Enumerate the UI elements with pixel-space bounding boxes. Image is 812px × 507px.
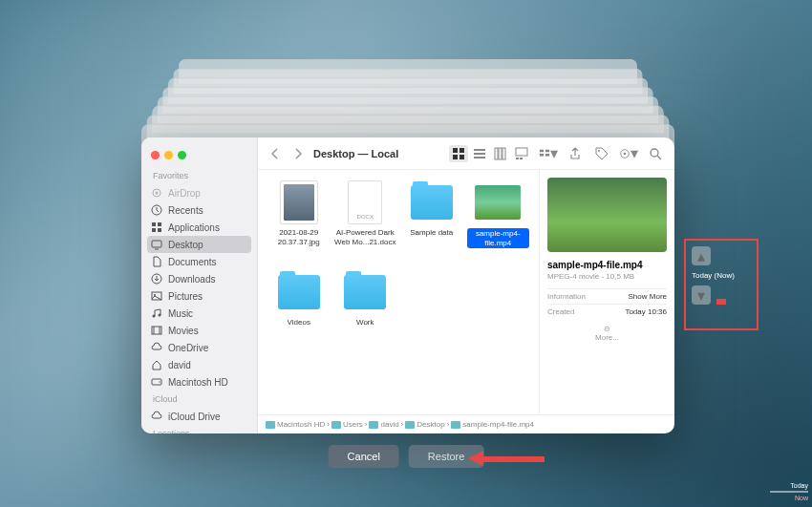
breadcrumb-item[interactable]: david [369, 420, 398, 429]
view-gallery-button[interactable] [512, 145, 531, 162]
sidebar-item-onedrive[interactable]: OneDrive [141, 339, 257, 356]
show-more-link[interactable]: Show More [629, 292, 667, 301]
music-icon [151, 307, 162, 319]
svg-rect-3 [152, 222, 156, 226]
sidebar-item-label: AirDrop [168, 188, 201, 199]
timeline-up-button[interactable]: ▴ [692, 246, 711, 265]
sidebar-item-desktop[interactable]: Desktop [147, 236, 251, 253]
back-button[interactable] [267, 146, 283, 161]
breadcrumb-item[interactable]: Desktop [405, 420, 444, 429]
file-item[interactable]: Videos [267, 269, 331, 355]
file-item[interactable]: 2021-08-29 20.37.37.jpg [267, 180, 331, 265]
video-icon [475, 185, 521, 220]
sidebar-item-airdrop[interactable]: AirDrop [141, 184, 257, 201]
file-item[interactable]: sample-mp4-file.mp4 [467, 180, 530, 265]
hd-icon [151, 376, 162, 388]
svg-rect-6 [158, 228, 161, 232]
svg-point-11 [153, 315, 156, 318]
docs-icon [151, 256, 162, 267]
file-name: AI-Powered Dark Web Mo...21.docx [334, 228, 397, 246]
created-value: Today 10:36 [625, 307, 667, 316]
tags-button[interactable] [592, 145, 611, 162]
svg-rect-27 [516, 158, 519, 159]
file-grid: 2021-08-29 20.37.37.jpgAI-Powered Dark W… [258, 170, 539, 414]
file-item[interactable]: AI-Powered Dark Web Mo...21.docx [334, 180, 397, 265]
desktop-icon [151, 239, 162, 250]
view-list-button[interactable] [470, 145, 489, 162]
movies-icon [151, 325, 162, 336]
svg-rect-4 [158, 222, 161, 226]
svg-rect-20 [474, 149, 485, 151]
sidebar-item-label: OneDrive [168, 343, 208, 353]
file-name: Sample data [410, 228, 453, 238]
downloads-icon [151, 273, 162, 285]
timeline-down-button[interactable]: ▾ [692, 285, 711, 305]
sidebar-item-david[interactable]: david [141, 356, 257, 373]
file-item[interactable]: Sample data [400, 180, 463, 265]
svg-point-1 [156, 192, 159, 195]
sidebar-item-recents[interactable]: Recents [141, 201, 257, 219]
sidebar-item-label: Movies [168, 326, 199, 336]
icloud-icon [151, 411, 162, 422]
sidebar-item-label: Downloads [168, 274, 215, 285]
breadcrumb-item[interactable]: Macintosh HD [266, 420, 325, 429]
preview-subtitle: MPEG-4 movie - 10,5 MB [547, 272, 667, 281]
sidebar-item-pictures[interactable]: Pictures [141, 287, 257, 305]
folder-icon [278, 275, 320, 309]
sidebar-item-movies[interactable]: Movies [141, 322, 257, 339]
view-columns-button[interactable] [491, 145, 510, 162]
more-actions[interactable]: ⊝More... [547, 319, 667, 348]
image-icon [280, 180, 318, 224]
timeline-scrubber[interactable]: Today Now [770, 482, 808, 501]
sidebar-item-music[interactable]: Music [141, 305, 257, 322]
maximize-button[interactable] [178, 151, 186, 159]
sidebar-item-label: Documents [168, 257, 217, 267]
sidebar-item-applications[interactable]: Applications [141, 219, 257, 236]
window-title: Desktop — Local [313, 148, 398, 159]
info-label: Information [547, 292, 586, 301]
annotation-arrow [468, 451, 545, 466]
folder-icon [411, 185, 453, 220]
svg-rect-30 [540, 154, 544, 157]
sidebar-item-documents[interactable]: Documents [141, 253, 257, 270]
apps-icon [151, 222, 162, 233]
svg-point-35 [624, 152, 627, 155]
share-button[interactable] [566, 145, 585, 162]
view-icons-button[interactable] [449, 145, 468, 162]
file-item[interactable]: Work [334, 269, 397, 355]
sidebar-item-label: Macintosh HD [168, 377, 228, 388]
sidebar-item-label: Recents [168, 205, 203, 216]
preview-pane: sample-mp4-file.mp4 MPEG-4 movie - 10,5 … [539, 170, 674, 414]
svg-rect-23 [495, 148, 498, 159]
forward-button[interactable] [290, 146, 306, 161]
sidebar-item-label: david [168, 360, 191, 370]
breadcrumb-item[interactable]: Users [331, 420, 363, 429]
file-name: Videos [288, 318, 310, 327]
sidebar-item-icloud-drive[interactable]: iCloud Drive [141, 408, 257, 425]
sidebar-item-downloads[interactable]: Downloads [141, 270, 257, 287]
timeline-annotation: ▴ Today (Now) ▾ [684, 239, 759, 330]
sidebar-section-label: Favorites [141, 167, 257, 184]
sidebar-section-label: iCloud [141, 391, 257, 408]
folder-icon [266, 421, 275, 429]
search-button[interactable] [646, 145, 665, 162]
action-buttons: Cancel Restore [329, 445, 484, 468]
minimize-button[interactable] [164, 151, 173, 159]
window-controls [141, 145, 257, 167]
sidebar-item-label: Music [168, 308, 193, 319]
folder-icon [344, 275, 386, 309]
group-button[interactable]: ▾ [539, 145, 558, 162]
svg-point-12 [159, 314, 161, 317]
close-button[interactable] [151, 151, 160, 159]
onedrive-icon [151, 342, 162, 353]
svg-point-15 [159, 381, 160, 382]
home-icon [151, 359, 162, 370]
sidebar-item-macintosh-hd[interactable]: Macintosh HD [141, 373, 257, 391]
sidebar-section-label: Locations [141, 425, 257, 433]
cancel-button[interactable]: Cancel [329, 445, 399, 468]
action-button[interactable]: ▾ [619, 145, 638, 162]
file-name: sample-mp4-file.mp4 [467, 228, 530, 248]
svg-rect-7 [152, 241, 161, 247]
breadcrumb-item[interactable]: sample-mp4-file.mp4 [451, 420, 534, 429]
svg-rect-18 [453, 155, 458, 159]
